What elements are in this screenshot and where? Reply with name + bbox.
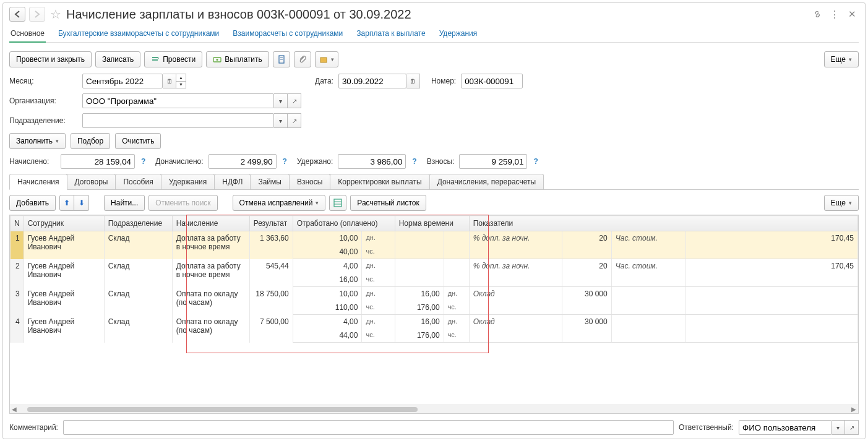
- open-icon[interactable]: ↗: [288, 93, 301, 108]
- col-n[interactable]: N: [11, 216, 24, 231]
- month-input[interactable]: [82, 74, 163, 88]
- find-button[interactable]: Найти...: [104, 195, 145, 211]
- table-row[interactable]: 4Гусев Андрей ИвановичСкладОплата по окл…: [11, 315, 858, 329]
- dept-label: Подразделение:: [9, 116, 77, 125]
- month-down[interactable]: ▼: [176, 81, 186, 88]
- document-icon: [277, 55, 286, 64]
- tab-accruals[interactable]: Начисления: [9, 174, 67, 190]
- col-dept[interactable]: Подразделение: [104, 216, 172, 231]
- forward-button[interactable]: [29, 7, 45, 22]
- favorite-star-icon[interactable]: ☆: [50, 7, 61, 22]
- save-button[interactable]: Записать: [95, 51, 140, 67]
- contrib-label: Взносы:: [427, 157, 455, 166]
- date-label: Дата:: [315, 77, 333, 85]
- extra-label: Доначислено:: [155, 157, 203, 166]
- help-icon[interactable]: ?: [412, 157, 416, 166]
- tab-loans[interactable]: Займы: [250, 174, 290, 189]
- svg-rect-8: [334, 199, 342, 207]
- table-row[interactable]: 2Гусев Андрей ИвановичСкладДоплата за ра…: [11, 259, 858, 273]
- cancel-search-button: Отменить поиск: [148, 195, 217, 211]
- close-icon[interactable]: ✕: [845, 7, 859, 21]
- dept-dropdown-icon[interactable]: ▾: [274, 113, 288, 128]
- help-icon[interactable]: ?: [283, 157, 287, 166]
- tab-payout-corrections[interactable]: Корректировки выплаты: [330, 174, 429, 189]
- cancel-fix-button[interactable]: Отмена исправлений ▾: [233, 195, 326, 211]
- post-button[interactable]: Провести: [144, 51, 202, 67]
- link-icon[interactable]: [810, 7, 824, 21]
- withheld-label: Удержано:: [297, 157, 333, 166]
- money-icon: [213, 55, 221, 64]
- col-accrual[interactable]: Начисление: [172, 216, 249, 231]
- svg-point-3: [217, 59, 218, 61]
- accrued-input[interactable]: [61, 154, 135, 169]
- tab-extra-accruals[interactable]: Доначисления, перерасчеты: [429, 174, 544, 189]
- payslip-button[interactable]: Расчетный листок: [350, 195, 426, 211]
- tab-contributions[interactable]: Взносы: [289, 174, 330, 189]
- tab-deductions[interactable]: Удержания: [161, 174, 215, 189]
- post-close-button[interactable]: Провести и закрыть: [9, 51, 92, 67]
- withheld-input[interactable]: [338, 154, 406, 169]
- fill-button[interactable]: Заполнить ▾: [9, 133, 66, 149]
- more-button[interactable]: Еще ▾: [824, 51, 859, 67]
- add-button[interactable]: Добавить: [9, 195, 56, 211]
- payout-button[interactable]: Выплатить: [206, 51, 269, 67]
- resp-open-icon[interactable]: ↗: [845, 420, 859, 435]
- accruals-table[interactable]: N Сотрудник Подразделение Начисление Рез…: [10, 215, 858, 343]
- detail-tabs: Начисления Договоры Пособия Удержания НД…: [9, 174, 859, 190]
- section-nav: Основное Бухгалтерские взаиморасчеты с с…: [9, 27, 859, 43]
- clear-button[interactable]: Очистить: [115, 133, 161, 149]
- col-emp[interactable]: Сотрудник: [24, 216, 104, 231]
- attach-button[interactable]: [294, 51, 311, 67]
- nav-main[interactable]: Основное: [9, 27, 46, 43]
- date-input[interactable]: [338, 74, 406, 88]
- date-calendar-icon[interactable]: 🗓: [406, 74, 420, 88]
- report-button[interactable]: [273, 51, 290, 67]
- nav-accounting[interactable]: Бухгалтерские взаиморасчеты с сотрудника…: [57, 27, 220, 40]
- svg-rect-0: [152, 57, 158, 58]
- col-worked[interactable]: Отработано (оплачено): [293, 216, 395, 231]
- grid-button[interactable]: [329, 195, 346, 211]
- table-row[interactable]: 3Гусев Андрей ИвановичСкладОплата по окл…: [11, 287, 858, 301]
- dropdown-icon[interactable]: ▾: [274, 93, 288, 108]
- svg-rect-1: [152, 59, 158, 61]
- dept-input[interactable]: [82, 113, 274, 128]
- svg-rect-7: [320, 58, 327, 62]
- contrib-input[interactable]: [459, 154, 527, 169]
- post-icon: [151, 55, 160, 64]
- number-input[interactable]: [461, 74, 523, 88]
- pick-button[interactable]: Подбор: [71, 133, 110, 149]
- kebab-menu-icon[interactable]: ⋮: [828, 7, 841, 21]
- help-icon[interactable]: ?: [533, 157, 538, 166]
- extra-button[interactable]: ▾: [315, 51, 338, 67]
- extra-input[interactable]: [208, 154, 277, 169]
- move-down-button[interactable]: ⬇: [74, 195, 89, 211]
- dept-open-icon[interactable]: ↗: [288, 113, 301, 128]
- help-icon[interactable]: ?: [141, 157, 145, 166]
- table-more-button[interactable]: Еще ▾: [824, 195, 859, 211]
- table-row[interactable]: 1Гусев Андрей ИвановичСкладДоплата за ра…: [11, 231, 858, 246]
- org-label: Организация:: [9, 96, 77, 105]
- tab-contracts[interactable]: Договоры: [67, 174, 116, 189]
- org-input[interactable]: [82, 93, 274, 108]
- nav-payout[interactable]: Зарплата к выплате: [355, 27, 426, 40]
- resp-dropdown-icon[interactable]: ▾: [831, 420, 845, 435]
- calendar-icon[interactable]: 🗓: [163, 74, 176, 88]
- col-result[interactable]: Результат: [249, 216, 293, 231]
- comment-label: Комментарий:: [9, 423, 58, 432]
- month-label: Месяц:: [9, 77, 77, 85]
- col-indicators[interactable]: Показатели: [469, 216, 857, 231]
- month-up[interactable]: ▲: [176, 74, 186, 81]
- back-button[interactable]: [9, 7, 25, 22]
- col-norm[interactable]: Норма времени: [395, 216, 469, 231]
- tab-benefits[interactable]: Пособия: [115, 174, 161, 189]
- horizontal-scrollbar[interactable]: ◀ ▶: [10, 405, 858, 413]
- comment-input[interactable]: [63, 420, 674, 435]
- accrued-label: Начислено:: [9, 157, 56, 166]
- tab-ndfl[interactable]: НДФЛ: [214, 174, 251, 189]
- move-up-button[interactable]: ⬆: [59, 195, 74, 211]
- box-icon: [319, 55, 328, 64]
- responsible-input[interactable]: [739, 420, 831, 435]
- number-label: Номер:: [431, 77, 456, 85]
- nav-deductions[interactable]: Удержания: [438, 27, 479, 40]
- nav-calc[interactable]: Взаиморасчеты с сотрудниками: [231, 27, 344, 40]
